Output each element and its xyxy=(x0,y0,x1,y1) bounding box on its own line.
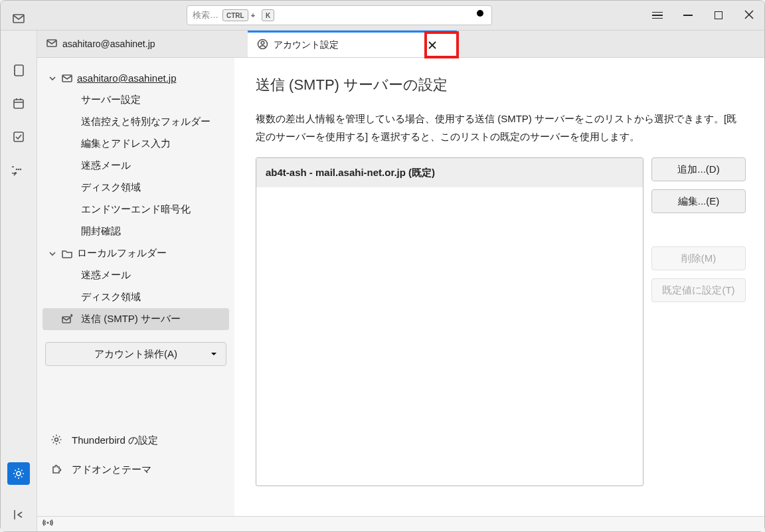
tab-mail-label: asahitaro@asahinet.jp xyxy=(62,39,155,49)
minimize-button[interactable] xyxy=(673,1,703,31)
sidebar-item-local-junk[interactable]: 迷惑メール xyxy=(42,264,229,286)
content-row: asahitaro@asahinet.jp サーバー設定 送信控えと特別なフォル… xyxy=(37,58,764,516)
app-window: 検索… CTRL + K xyxy=(0,0,765,532)
account-label: asahitaro@asahinet.jp xyxy=(77,72,177,84)
smtp-label: 送信 (SMTP) サーバー xyxy=(81,313,181,325)
chat-space-icon[interactable] xyxy=(9,161,28,179)
account-tree-sidebar: asahitaro@asahinet.jp サーバー設定 送信控えと特別なフォル… xyxy=(37,58,234,516)
svg-point-15 xyxy=(19,169,19,170)
addons-label: アドオンとテーマ xyxy=(72,464,151,476)
addons-link[interactable]: アドオンとテーマ xyxy=(42,455,229,484)
search-icon xyxy=(475,9,486,22)
page-description: 複数の差出人情報を管理している場合、使用する送信 (SMTP) サーバーをこのリ… xyxy=(256,110,746,145)
settings-space-button[interactable] xyxy=(7,462,30,485)
local-folders-node[interactable]: ローカルフォルダー xyxy=(42,242,229,264)
sidebar-item-disk-space[interactable]: ディスク領域 xyxy=(42,177,229,199)
collapse-spaces-button[interactable] xyxy=(7,503,30,526)
thunderbird-settings-label: Thunderbird の設定 xyxy=(72,434,158,447)
sidebar-item-composition[interactable]: 編集とアドレス入力 xyxy=(42,133,229,155)
app-menu-button[interactable] xyxy=(642,1,673,31)
svg-point-27 xyxy=(47,522,49,524)
svg-rect-5 xyxy=(15,65,23,76)
window-controls xyxy=(642,1,764,31)
spaces-toolbar xyxy=(1,31,37,531)
smtp-server-list[interactable]: ab4t-ash - mail.asahi-net.or.jp (既定) xyxy=(256,157,643,486)
svg-point-16 xyxy=(21,169,21,170)
smtp-server-item[interactable]: ab4t-ash - mail.asahi-net.or.jp (既定) xyxy=(256,158,643,187)
account-icon xyxy=(257,39,268,52)
status-bar xyxy=(37,516,764,531)
close-window-button[interactable] xyxy=(734,1,764,31)
mail-space-icon[interactable] xyxy=(9,9,28,28)
svg-point-17 xyxy=(17,472,21,476)
gear-icon xyxy=(12,467,25,480)
smtp-buttons: 追加...(D) 編集...(E) 削除(M) 既定値に設定(T) xyxy=(651,157,746,486)
sidebar-item-junk[interactable]: 迷惑メール xyxy=(42,155,229,177)
puzzle-icon xyxy=(50,463,62,477)
close-icon xyxy=(428,41,437,50)
svg-rect-9 xyxy=(14,100,23,108)
body: asahitaro@asahinet.jp アカウント設定 xyxy=(1,31,764,531)
svg-rect-24 xyxy=(62,75,72,82)
svg-point-0 xyxy=(477,10,483,17)
sidebar-item-e2e[interactable]: エンドツーエンド暗号化 xyxy=(42,199,229,221)
maximize-button[interactable] xyxy=(703,1,734,31)
account-actions-button[interactable]: アカウント操作(A) xyxy=(45,342,226,366)
kbd-k: K xyxy=(262,9,274,21)
svg-point-14 xyxy=(17,169,17,170)
svg-point-26 xyxy=(55,438,58,441)
calendar-space-icon[interactable] xyxy=(9,94,28,113)
tab-settings-label: アカウント設定 xyxy=(274,39,339,51)
main-area: asahitaro@asahinet.jp アカウント設定 xyxy=(37,31,764,531)
svg-line-1 xyxy=(483,16,485,19)
edit-button[interactable]: 編集...(E) xyxy=(651,189,746,213)
sidebar-item-return-receipts[interactable]: 開封確認 xyxy=(42,221,229,242)
svg-rect-19 xyxy=(47,40,56,46)
tab-close-button[interactable] xyxy=(418,33,447,57)
hamburger-icon xyxy=(652,12,663,19)
mail-icon xyxy=(46,38,57,50)
tab-bar: asahitaro@asahinet.jp アカウント設定 xyxy=(37,31,764,58)
tasks-space-icon[interactable] xyxy=(9,128,28,146)
smtp-row: ab4t-ash - mail.asahi-net.or.jp (既定) 追加.… xyxy=(256,157,746,486)
thunderbird-settings-link[interactable]: Thunderbird の設定 xyxy=(42,426,229,455)
svg-rect-13 xyxy=(14,132,23,141)
search-placeholder: 検索… xyxy=(193,9,218,21)
folder-icon xyxy=(61,248,73,259)
chevron-down-icon xyxy=(210,349,218,360)
kbd-plus: + xyxy=(251,11,255,19)
chevron-down-icon xyxy=(48,250,57,257)
svg-point-21 xyxy=(261,41,264,44)
add-button[interactable]: 追加...(D) xyxy=(651,157,746,181)
delete-button: 削除(M) xyxy=(651,246,746,270)
close-icon xyxy=(744,10,754,21)
sidebar-item-copies-folders[interactable]: 送信控えと特別なフォルダー xyxy=(42,111,229,133)
chevron-down-icon xyxy=(48,75,57,82)
mail-account-icon xyxy=(61,73,73,84)
set-default-button: 既定値に設定(T) xyxy=(651,278,746,302)
search-input[interactable]: 検索… CTRL + K xyxy=(187,5,492,25)
collapse-icon xyxy=(13,509,25,521)
minimize-icon xyxy=(683,15,693,16)
account-node[interactable]: asahitaro@asahinet.jp xyxy=(42,67,229,89)
gear-icon xyxy=(50,434,62,448)
account-actions-label: アカウント操作(A) xyxy=(94,348,177,361)
activity-icon xyxy=(42,517,53,531)
sidebar-item-smtp[interactable]: 送信 (SMTP) サーバー xyxy=(42,308,229,330)
main-panel: 送信 (SMTP) サーバーの設定 複数の差出人情報を管理している場合、使用する… xyxy=(234,58,764,516)
sidebar-item-server-settings[interactable]: サーバー設定 xyxy=(42,89,229,111)
local-folders-label: ローカルフォルダー xyxy=(77,247,167,260)
outgoing-icon xyxy=(61,313,73,325)
kbd-ctrl: CTRL xyxy=(222,9,248,21)
tab-account-settings[interactable]: アカウント設定 xyxy=(248,31,457,57)
titlebar: 検索… CTRL + K xyxy=(1,1,764,31)
sidebar-item-local-disk[interactable]: ディスク領域 xyxy=(42,286,229,308)
maximize-icon xyxy=(715,11,722,19)
page-title: 送信 (SMTP) サーバーの設定 xyxy=(256,75,746,95)
addressbook-space-icon[interactable] xyxy=(9,61,28,80)
tab-mail[interactable]: asahitaro@asahinet.jp xyxy=(37,31,248,57)
